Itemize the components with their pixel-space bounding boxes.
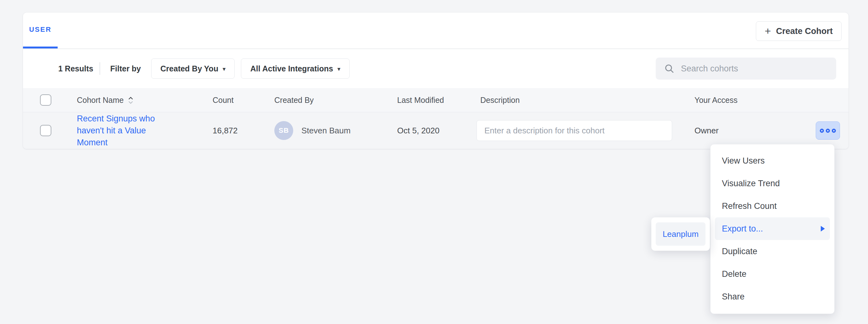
filter-by-label: Filter by	[110, 64, 141, 73]
description-input[interactable]	[476, 120, 672, 141]
create-cohort-label: Create Cohort	[776, 27, 833, 36]
integrations-dropdown-label: All Active Integrations	[250, 64, 333, 73]
column-header-last-modified: Last Modified	[397, 96, 444, 105]
submenu-item-leanplum[interactable]: Leanplum	[656, 222, 706, 246]
row-checkbox[interactable]	[40, 125, 51, 136]
cohort-name-link[interactable]: Recent Signups who haven't hit a Value M…	[77, 113, 162, 148]
last-modified-date: Oct 5, 2020	[397, 126, 439, 136]
tab-user[interactable]: USER	[23, 12, 58, 48]
menu-item-export-to-label: Export to...	[722, 224, 763, 234]
menu-item-delete[interactable]: Delete	[715, 263, 830, 285]
menu-item-share[interactable]: Share	[715, 285, 830, 308]
search-box	[656, 58, 836, 80]
ellipsis-icon	[832, 129, 836, 133]
vertical-divider	[99, 62, 100, 75]
search-input[interactable]	[675, 58, 836, 80]
create-cohort-button[interactable]: + Create Cohort	[756, 22, 841, 41]
ellipsis-icon	[826, 129, 830, 133]
ellipsis-icon	[820, 129, 824, 133]
avatar: SB	[274, 121, 293, 140]
caret-down-icon: ▾	[223, 66, 225, 72]
menu-item-duplicate[interactable]: Duplicate	[715, 240, 830, 263]
tab-bar: USER + Create Cohort	[23, 12, 848, 49]
column-header-created-by: Created By	[274, 96, 314, 105]
caret-down-icon: ▾	[338, 66, 340, 72]
submenu-arrow-icon	[821, 226, 825, 231]
menu-item-view-users[interactable]: View Users	[715, 149, 830, 172]
tab-user-label: USER	[29, 26, 51, 34]
column-header-description: Description	[480, 96, 520, 105]
created-by-dropdown[interactable]: Created By You ▾	[151, 59, 235, 79]
select-all-checkbox[interactable]	[40, 94, 51, 106]
sort-icon[interactable]	[128, 97, 134, 104]
export-submenu: Leanplum	[651, 217, 710, 251]
table-row: Recent Signups who haven't hit a Value M…	[23, 112, 848, 149]
menu-item-export-to[interactable]: Export to...	[715, 217, 830, 240]
filter-bar: 1 Results Filter by Created By You ▾ All…	[23, 49, 848, 88]
column-header-count: Count	[213, 96, 234, 105]
row-context-menu: View Users Visualize Trend Refresh Count…	[710, 144, 835, 314]
cohort-count: 16,872	[213, 126, 238, 136]
column-header-cohort-name[interactable]: Cohort Name	[77, 96, 134, 105]
created-by-cell: SB Steven Baum	[274, 121, 350, 140]
column-header-your-access: Your Access	[694, 96, 738, 105]
menu-item-refresh-count[interactable]: Refresh Count	[715, 195, 830, 217]
table-header: Cohort Name Count Created By Last Modifi…	[23, 88, 848, 112]
cohorts-panel: USER + Create Cohort 1 Results Filter by…	[23, 12, 848, 149]
row-actions-button[interactable]	[816, 121, 840, 140]
integrations-dropdown[interactable]: All Active Integrations ▾	[241, 59, 350, 79]
access-value: Owner	[694, 126, 719, 136]
created-by-dropdown-label: Created By You	[160, 64, 218, 73]
menu-item-visualize-trend[interactable]: Visualize Trend	[715, 172, 830, 195]
results-count: 1 Results	[58, 64, 93, 73]
plus-icon: +	[765, 26, 771, 36]
cohorts-page: USER + Create Cohort 1 Results Filter by…	[0, 0, 868, 324]
search-icon	[664, 63, 675, 74]
created-by-name: Steven Baum	[301, 126, 350, 136]
